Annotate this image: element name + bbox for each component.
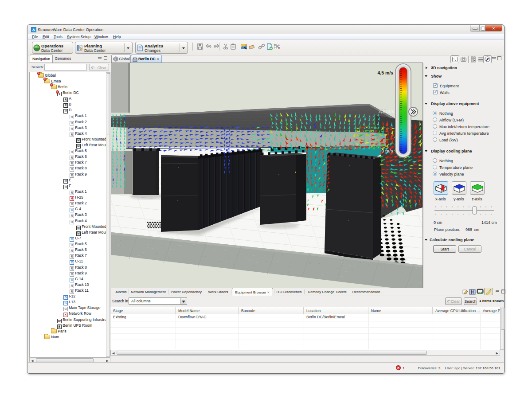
svg-text:0 m/s: 0 m/s — [381, 148, 393, 153]
svg-text:4,5 m/s: 4,5 m/s — [377, 70, 393, 75]
svg-text:2,3 m/s: 2,3 m/s — [378, 109, 394, 114]
